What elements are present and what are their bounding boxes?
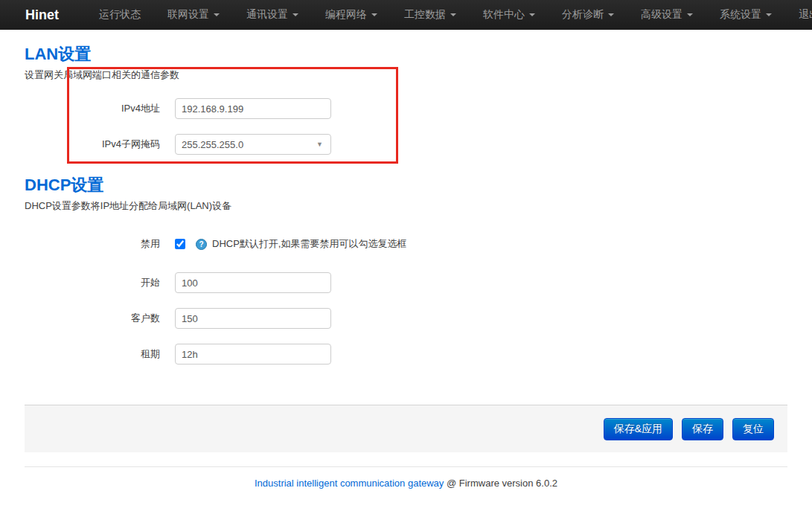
- nav-item-industrial-data[interactable]: 工控数据: [395, 0, 465, 30]
- footer-gateway-link[interactable]: Industrial intelligent communication gat…: [255, 478, 444, 489]
- top-navbar: Hinet 运行状态 联网设置 通讯设置 编程网络 工控数据 软件中心 分析诊断…: [0, 0, 812, 30]
- dhcp-disable-label: 禁用: [25, 237, 160, 251]
- dhcp-section-description: DHCP设置参数将IP地址分配给局域网(LAN)设备: [25, 199, 787, 213]
- dhcp-start-input[interactable]: [175, 272, 331, 293]
- brand-logo[interactable]: Hinet: [15, 7, 69, 23]
- dhcp-disable-checkbox[interactable]: [175, 239, 185, 249]
- footer-firmware-text: @ Firmware version 6.0.2: [447, 478, 557, 489]
- dhcp-leasetime-label: 租期: [25, 347, 160, 361]
- ipv4-address-label: IPv4地址: [25, 102, 160, 115]
- chevron-down-icon: [450, 13, 456, 16]
- chevron-down-icon: [371, 13, 377, 16]
- lan-section-title: LAN设置: [25, 45, 787, 64]
- nav-item-comm-settings[interactable]: 通讯设置: [237, 0, 307, 30]
- chevron-down-icon: ▼: [316, 141, 325, 148]
- reset-button[interactable]: 复位: [732, 418, 774, 440]
- nav-item-analysis-diagnosis[interactable]: 分析诊断: [553, 0, 623, 30]
- dhcp-clients-label: 客户数: [25, 312, 160, 325]
- lan-form: IPv4地址 IPv4子网掩码 255.255.255.0 ▼: [25, 98, 787, 155]
- nav-item-logout[interactable]: 退出: [790, 0, 812, 30]
- dhcp-disable-hint: DHCP默认打开,如果需要禁用可以勾选复选框: [212, 237, 406, 251]
- nav-item-network-settings[interactable]: 联网设置: [159, 0, 228, 30]
- nav-item-programming-network[interactable]: 编程网络: [316, 0, 386, 30]
- dhcp-leasetime-row: 租期: [25, 344, 787, 365]
- ipv4-netmask-select[interactable]: 255.255.255.0 ▼: [175, 134, 331, 155]
- save-button[interactable]: 保存: [682, 418, 723, 440]
- main-content: LAN设置 设置网关局域网端口相关的通信参数 IPv4地址 IPv4子网掩码 2…: [0, 45, 812, 365]
- chevron-down-icon: [687, 13, 693, 16]
- ipv4-address-input[interactable]: [175, 98, 331, 119]
- dhcp-leasetime-input[interactable]: [175, 344, 331, 365]
- dhcp-start-label: 开始: [25, 276, 160, 289]
- nav-item-software-center[interactable]: 软件中心: [474, 0, 544, 30]
- footer-divider: [25, 466, 787, 467]
- nav-item-run-status[interactable]: 运行状态: [90, 0, 150, 30]
- chevron-down-icon: [766, 13, 772, 16]
- nav-menu: 运行状态 联网设置 通讯设置 编程网络 工控数据 软件中心 分析诊断 高级设置 …: [90, 0, 812, 30]
- chevron-down-icon: [292, 13, 298, 16]
- chevron-down-icon: [608, 13, 614, 16]
- footer: Industrial intelligent communication gat…: [0, 478, 812, 489]
- dhcp-clients-input[interactable]: [175, 308, 331, 329]
- nav-item-advanced-settings[interactable]: 高级设置: [632, 0, 702, 30]
- dhcp-form: 禁用 ? DHCP默认打开,如果需要禁用可以勾选复选框 开始 客户数 租期: [25, 234, 787, 365]
- ipv4-netmask-selected-value: 255.255.255.0: [182, 139, 243, 150]
- chevron-down-icon: [214, 13, 220, 16]
- dhcp-clients-row: 客户数: [25, 308, 787, 329]
- help-icon: ?: [196, 239, 207, 250]
- nav-item-system-settings[interactable]: 系统设置: [711, 0, 781, 30]
- chevron-down-icon: [529, 13, 535, 16]
- dhcp-disable-row: 禁用 ? DHCP默认打开,如果需要禁用可以勾选复选框: [25, 234, 787, 254]
- dhcp-start-row: 开始: [25, 272, 787, 293]
- ipv4-address-row: IPv4地址: [25, 98, 787, 119]
- ipv4-netmask-row: IPv4子网掩码 255.255.255.0 ▼: [25, 134, 787, 155]
- dhcp-section-title: DHCP设置: [25, 176, 787, 195]
- save-apply-button[interactable]: 保存&应用: [604, 418, 673, 440]
- ipv4-netmask-label: IPv4子网掩码: [25, 138, 160, 151]
- lan-section-description: 设置网关局域网端口相关的通信参数: [25, 68, 787, 82]
- page-actions-bar: 保存&应用 保存 复位: [25, 405, 787, 452]
